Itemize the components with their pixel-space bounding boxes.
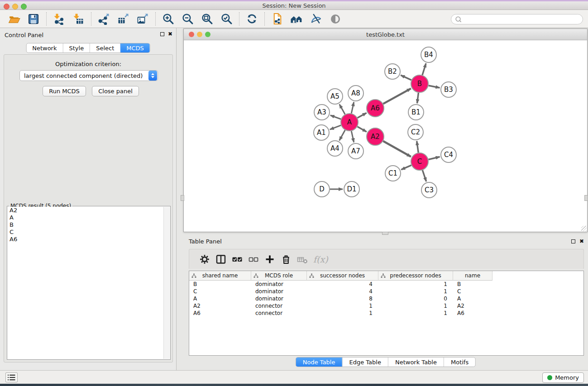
network-zoom-button[interactable]: [205, 32, 210, 37]
table-row[interactable]: A6connector11A6: [189, 310, 583, 317]
graph-edge-B-B1[interactable]: [417, 93, 419, 103]
graph-edge-A-A6[interactable]: [358, 113, 367, 118]
graph-edge-A-A3[interactable]: [330, 115, 341, 119]
column-header-successor-nodes[interactable]: successor nodes: [307, 271, 378, 281]
close-panel-button[interactable]: Close panel: [92, 86, 139, 96]
zoom-in-button[interactable]: [160, 12, 176, 26]
resize-grip-icon[interactable]: [581, 226, 587, 231]
save-session-button[interactable]: [26, 12, 41, 26]
graph-edge-A-A7[interactable]: [351, 131, 354, 143]
graph-node-label-B3: B3: [444, 86, 453, 94]
import-network-button[interactable]: [51, 12, 67, 26]
table-cell: 1: [378, 303, 453, 309]
network-window-titlebar[interactable]: testGlobe.txt: [184, 29, 587, 40]
graph-edge-C-C2[interactable]: [417, 141, 419, 152]
horizontal-splitter-handle[interactable]: [382, 232, 388, 235]
close-panel-icon[interactable]: ✖: [168, 31, 172, 37]
table-tab-motifs[interactable]: Motifs: [444, 357, 475, 367]
delete-table-button[interactable]: [294, 253, 311, 266]
export-table-button[interactable]: [115, 12, 131, 26]
export-table-icon: [117, 13, 129, 25]
graph-node-label-A5: A5: [330, 92, 339, 100]
column-header-predecessor-nodes[interactable]: predecessor nodes: [378, 271, 453, 281]
network-canvas[interactable]: B4B2BB3A8A5A6A3B1AA1C2A2A4A7C4CC1C3DD1: [184, 40, 587, 232]
network-close-button[interactable]: [189, 32, 194, 37]
right-splitter-handle[interactable]: [584, 195, 588, 201]
close-window-button[interactable]: [4, 4, 10, 10]
table-row[interactable]: Bdominator41B: [189, 281, 583, 288]
minimize-window-button[interactable]: [12, 4, 18, 10]
table-tab-edge-table[interactable]: Edge Table: [342, 357, 387, 367]
zoom-out-button[interactable]: [180, 12, 195, 26]
close-table-panel-icon[interactable]: ✖: [579, 238, 584, 244]
zoom-selected-button[interactable]: [219, 12, 234, 26]
refresh-icon: [246, 13, 258, 25]
task-history-button[interactable]: [5, 372, 18, 382]
result-scrollbar[interactable]: [163, 207, 170, 359]
show-hide-details-button[interactable]: [308, 12, 324, 26]
graph-edge-A6-B[interactable]: [383, 89, 411, 104]
table-row[interactable]: A2connector11A2: [189, 302, 583, 310]
run-mcds-button[interactable]: Run MCDS: [43, 86, 86, 96]
column-header-name[interactable]: name: [453, 271, 492, 281]
eye-button[interactable]: [328, 12, 343, 26]
session-title: Session: New Session: [262, 2, 325, 9]
export-image-button[interactable]: [135, 12, 150, 26]
result-item-c[interactable]: C: [8, 229, 163, 236]
add-column-button[interactable]: [262, 253, 278, 266]
deselect-all-button[interactable]: [245, 253, 262, 266]
left-splitter-handle[interactable]: [181, 195, 184, 201]
optimization-criterion-select[interactable]: largest connected component (directed): [19, 70, 158, 81]
graph-edge-B-B3[interactable]: [429, 86, 440, 88]
desktop-background-strip: [0, 384, 588, 386]
columns-icon: [215, 254, 226, 265]
graph-edge-A-A8[interactable]: [351, 102, 354, 114]
result-item-b[interactable]: B: [8, 221, 163, 229]
show-columns-button[interactable]: [213, 253, 229, 266]
tab-mcds[interactable]: MCDS: [120, 43, 150, 52]
graph-edge-C-C3[interactable]: [422, 170, 426, 181]
import-table-button[interactable]: [71, 12, 86, 26]
search-input[interactable]: [462, 15, 583, 24]
graph-edge-B-B4[interactable]: [422, 63, 426, 75]
network-minimize-button[interactable]: [197, 32, 202, 37]
result-item-a6[interactable]: A6: [8, 236, 163, 243]
graph-edge-A-A5[interactable]: [339, 104, 345, 114]
graph-edge-A-A2[interactable]: [357, 127, 366, 132]
open-session-button[interactable]: [6, 12, 22, 26]
network-file-button[interactable]: [269, 12, 285, 26]
table-tab-node-table[interactable]: Node Table: [296, 357, 342, 367]
graph-node-label-D: D: [319, 185, 325, 193]
memory-button[interactable]: Memory: [542, 372, 584, 383]
table-row[interactable]: Cdominator41C: [189, 288, 583, 295]
zoom-fit-button[interactable]: [199, 12, 215, 26]
search-icon: [454, 15, 462, 23]
column-header-shared-name[interactable]: shared name: [189, 271, 251, 281]
result-item-a2[interactable]: A2: [8, 207, 163, 214]
refresh-button[interactable]: [244, 12, 259, 26]
tab-select[interactable]: Select: [90, 43, 120, 52]
home-button[interactable]: [289, 12, 304, 26]
graph-edge-C-C4[interactable]: [428, 157, 440, 160]
graph-edge-C-C1[interactable]: [401, 165, 411, 170]
eye-icon: [330, 13, 341, 25]
graph-edge-A-A4[interactable]: [339, 130, 345, 141]
tab-style[interactable]: Style: [62, 43, 90, 52]
tab-network[interactable]: Network: [26, 43, 62, 52]
graph-node-label-A8: A8: [351, 89, 360, 97]
graph-edge-A-A1[interactable]: [330, 125, 341, 129]
column-header-MCDS-role[interactable]: MCDS role: [251, 271, 307, 281]
table-tab-network-table[interactable]: Network Table: [388, 357, 444, 367]
table-row[interactable]: Adominator80A: [189, 295, 583, 302]
delete-column-button[interactable]: [278, 253, 294, 266]
table-settings-button[interactable]: [196, 253, 213, 266]
export-network-button[interactable]: [96, 12, 111, 26]
graph-edge-A2-C[interactable]: [383, 141, 411, 157]
result-item-a[interactable]: A: [8, 214, 163, 221]
graph-edge-B-B2[interactable]: [401, 75, 411, 80]
zoom-window-button[interactable]: [21, 4, 27, 10]
float-panel-icon[interactable]: [160, 32, 164, 36]
select-all-button[interactable]: [229, 253, 245, 266]
float-table-panel-icon[interactable]: [571, 239, 575, 243]
function-builder-button[interactable]: f(x): [311, 253, 328, 266]
